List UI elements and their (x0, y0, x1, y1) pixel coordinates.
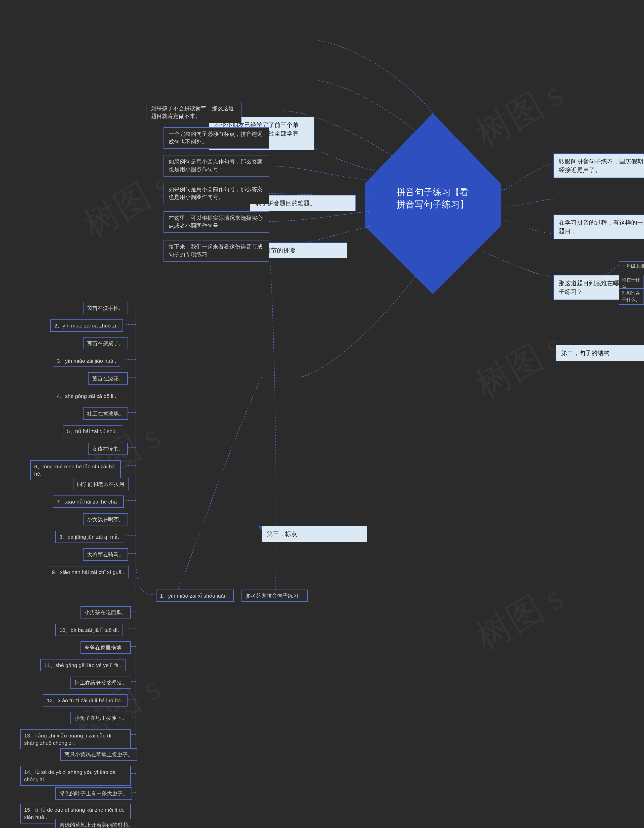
left-p2[interactable]: 如果例句是用小圆点作句号，那么答案也是用小圆点作句号； (163, 155, 269, 177)
ans-7b[interactable]: 小女孩在喝茶。 (83, 513, 128, 525)
ans-14b[interactable]: 绿色的叶子上有一条大虫子。 (55, 787, 132, 800)
ans-13[interactable]: 13、liǎng zhī xiǎo huáng jī zài cǎo dì sh… (20, 729, 131, 749)
left-p4[interactable]: 在这里，可以根据实际情况来选择实心点或者小圆圈作句号。 (163, 211, 269, 233)
right-sub-a[interactable]: 一年级上册最主要的句式就是 (619, 261, 644, 271)
third-label[interactable]: 第三，标点 (262, 526, 367, 542)
ans-14[interactable]: 14、lǜ sè de yè zi shàng yǒu yì tiáo dà c… (20, 766, 131, 786)
ans-10[interactable]: 10、bà ba zài jiā lǐ tuō dì. (55, 624, 123, 636)
ans-7[interactable]: 7、xiǎo nǚ hái zài hē chá . (53, 496, 124, 508)
ans-10b[interactable]: 爸爸在家里拖地。 (80, 641, 131, 654)
ans-2[interactable]: 2、yīn miáo zài cā zhuō zi . (50, 320, 123, 332)
ans-6b[interactable]: 同学们和老师在拔河 (73, 478, 129, 490)
left-p3[interactable]: 如果例句是用小圆圈作句号，那么答案也是用小圆圈作句号。 (163, 183, 269, 204)
ans-9[interactable]: 9、xiǎo nán hái zài chī xī guā . (48, 566, 129, 578)
ans-9b[interactable]: 小男孩在吃西瓜。 (80, 606, 131, 618)
ans-11[interactable]: 11、shè gōng gěi lǎo yé ye lǐ fà . (40, 659, 126, 671)
left-p1[interactable]: 一个完整的句子必须有标点，拼音连词成句也不例外。 (163, 127, 269, 149)
ans-5b[interactable]: 女孩在读书。 (88, 443, 128, 455)
answer-1[interactable]: 1、yīn miáo zài xǐ shǒu juàn . (156, 590, 234, 602)
ans-2b[interactable]: 茵苗在擦桌子。 (83, 337, 128, 349)
ans-3[interactable]: 3、yīn miáo zài jiāo huā . (53, 354, 120, 367)
ans-8b[interactable]: 大将军在骑马。 (83, 548, 128, 561)
ans-8[interactable]: 8、dà jiāng jūn zài qí mǎ. (55, 531, 123, 543)
ans-3b[interactable]: 茵苗在浇花。 (88, 372, 128, 384)
watermark: 树图 s (467, 574, 572, 661)
ans-1b[interactable]: 茵苗在洗手帕。 (83, 302, 128, 314)
ans-12[interactable]: 12、xiǎo tù zi zài dì lǐ bá luó bo . (43, 694, 127, 707)
ans-4[interactable]: 4、shè gōng zài cā bō li . (53, 390, 120, 402)
left-p5[interactable]: 接下来，我们一起来看看这份连音节成句子的专项练习 (163, 240, 269, 262)
ref-answers[interactable]: 参考答案拼音句子练习： (242, 590, 308, 602)
ans-5[interactable]: 5、nǚ hái zài dú shū . (63, 425, 122, 438)
ans-12b[interactable]: 小兔子在地里拔萝卜。 (71, 712, 131, 724)
watermark: 树图 s (467, 71, 572, 158)
ans-4b[interactable]: 社工在擦玻璃。 (83, 408, 128, 420)
ans-13b[interactable]: 两只小黄鸡在草地上捉虫子。 (60, 748, 137, 761)
top-first-sub[interactable]: 如果孩子不会拼读音节，那么这道题目就肯定做不来。 (146, 102, 242, 123)
watermark: 树图 s (467, 322, 572, 410)
ans-6[interactable]: 6、tóng xué men hé lǎo shī zài bá hé. (30, 460, 121, 480)
center-title: 拼音句子练习【看拼音写句子练习】 (393, 186, 473, 211)
ans-15b[interactable]: 碧绿的草地上开着美丽的鲜花。 (55, 819, 137, 828)
right-note-2[interactable]: 在学习拼音的过程，有这样的一道题目， (553, 215, 644, 239)
right-structure[interactable]: 第二，句子的结构 (556, 345, 644, 361)
right-note-1[interactable]: 转眼间拼音句子练习，国庆假期已经接近尾声了。 (553, 154, 644, 178)
ans-11b[interactable]: 社工在给老爷爷理发。 (71, 677, 131, 689)
right-sub-c[interactable]: 谁和谁在干什么。 (619, 288, 644, 305)
